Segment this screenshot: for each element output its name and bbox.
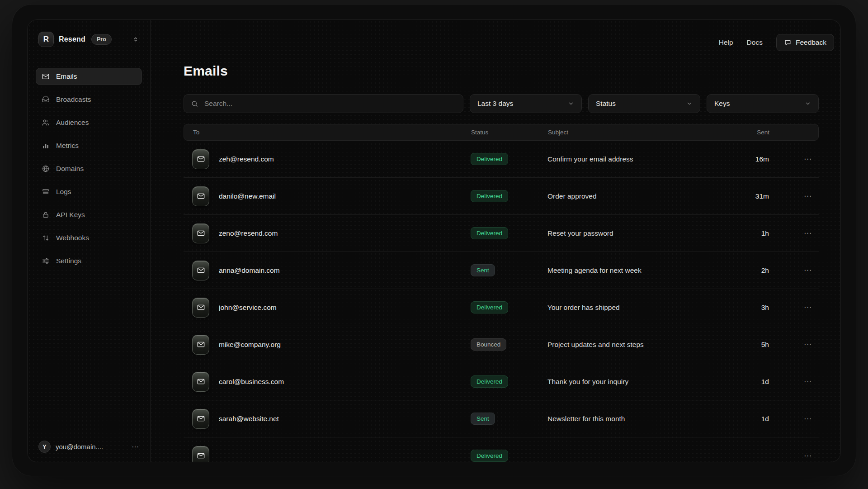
sidebar-item-label: Logs bbox=[56, 188, 71, 196]
sidebar-item-webhooks[interactable]: Webhooks bbox=[36, 229, 142, 247]
status-badge: Bounced bbox=[471, 338, 506, 351]
table-row[interactable]: anna@domain.com Sent Meeting agenda for … bbox=[184, 252, 819, 289]
email-subject: Confirm your email address bbox=[547, 155, 737, 163]
filter-status[interactable]: Status bbox=[588, 94, 700, 113]
search-input[interactable] bbox=[203, 99, 456, 108]
page-title: Emails bbox=[184, 63, 819, 79]
sidebar-item-broadcasts[interactable]: Broadcasts bbox=[36, 91, 142, 108]
sidebar-item-audiences[interactable]: Audiences bbox=[36, 114, 142, 131]
row-menu-icon[interactable]: ⋯ bbox=[769, 266, 819, 275]
sent-time: 2h bbox=[737, 266, 769, 275]
brand-name: Resend bbox=[59, 35, 85, 43]
feedback-label: Feedback bbox=[796, 38, 826, 47]
row-menu-icon[interactable]: ⋯ bbox=[769, 228, 819, 238]
docs-link[interactable]: Docs bbox=[747, 38, 763, 47]
help-link[interactable]: Help bbox=[719, 38, 733, 47]
logo-letter: R bbox=[43, 35, 49, 44]
recipient-email: sarah@website.net bbox=[219, 415, 279, 423]
row-menu-icon[interactable]: ⋯ bbox=[769, 414, 819, 423]
table-row[interactable]: zeno@resend.com Delivered Reset your pas… bbox=[184, 215, 819, 252]
mail-icon bbox=[42, 72, 50, 81]
user-menu-icon[interactable]: ⋯ bbox=[132, 442, 139, 451]
email-subject: Project updates and next steps bbox=[547, 341, 737, 349]
recipient-cell: carol@business.com bbox=[184, 372, 471, 392]
column-header-sent: Sent bbox=[738, 129, 769, 136]
row-menu-icon[interactable]: ⋯ bbox=[769, 303, 819, 312]
table-row[interactable]: zeh@resend.com Delivered Confirm your em… bbox=[184, 141, 819, 178]
sidebar-item-emails[interactable]: Emails bbox=[36, 68, 142, 85]
row-menu-icon[interactable]: ⋯ bbox=[769, 191, 819, 201]
recipient-email: zeno@resend.com bbox=[219, 229, 278, 237]
sidebar-item-label: Domains bbox=[56, 165, 84, 173]
users-icon bbox=[42, 119, 50, 127]
email-subject: Meeting agenda for next week bbox=[547, 266, 737, 275]
table-row[interactable]: carol@business.com Delivered Thank you f… bbox=[184, 363, 819, 400]
desktop-background: R Resend Pro EmailsBroadcastsAudiencesMe… bbox=[0, 0, 868, 489]
sent-time: 1d bbox=[737, 378, 769, 386]
table-header: To Status Subject Sent bbox=[184, 124, 819, 141]
recipient-cell: john@service.com bbox=[184, 298, 471, 318]
status-badge: Delivered bbox=[471, 153, 508, 165]
recipient-cell: zeh@resend.com bbox=[184, 149, 471, 169]
workspace-switcher[interactable]: R Resend Pro bbox=[36, 31, 142, 48]
sent-time: 1d bbox=[737, 415, 769, 423]
filter-keys-value: Keys bbox=[714, 100, 730, 108]
table-row[interactable]: mike@company.org Bounced Project updates… bbox=[184, 326, 819, 363]
envelope-icon bbox=[192, 409, 209, 429]
table-row[interactable]: john@service.com Delivered Your order ha… bbox=[184, 289, 819, 326]
table-row[interactable]: sarah@website.net Sent Newsletter for th… bbox=[184, 400, 819, 437]
sidebar-item-logs[interactable]: Logs bbox=[36, 183, 142, 200]
topbar: Help Docs Feedback bbox=[184, 20, 834, 52]
sidebar-item-label: Audiences bbox=[56, 119, 89, 127]
row-menu-icon[interactable]: ⋯ bbox=[769, 154, 819, 164]
table-row[interactable]: Delivered ⋯ bbox=[184, 437, 819, 462]
plan-badge: Pro bbox=[91, 34, 112, 45]
inbox-icon bbox=[42, 95, 50, 104]
row-menu-icon[interactable]: ⋯ bbox=[769, 451, 819, 461]
sent-time: 1h bbox=[737, 229, 769, 237]
status-badge: Delivered bbox=[471, 301, 508, 313]
avatar: Y bbox=[38, 441, 51, 453]
recipient-email: mike@company.org bbox=[219, 341, 281, 349]
envelope-icon bbox=[192, 298, 209, 318]
recipient-email: john@service.com bbox=[219, 304, 277, 312]
sidebar-item-metrics[interactable]: Metrics bbox=[36, 137, 142, 154]
envelope-icon bbox=[192, 186, 209, 206]
sidebar-item-domains[interactable]: Domains bbox=[36, 160, 142, 177]
envelope-icon bbox=[192, 261, 209, 280]
envelope-icon bbox=[192, 335, 209, 355]
table-row[interactable]: danilo@new.email Delivered Order approve… bbox=[184, 178, 819, 215]
filter-date-range[interactable]: Last 3 days bbox=[470, 94, 582, 113]
recipient-email: zeh@resend.com bbox=[219, 155, 274, 163]
sliders-icon bbox=[42, 257, 50, 265]
lock-icon bbox=[42, 211, 50, 219]
search-box[interactable] bbox=[184, 94, 463, 113]
workspace-unfold-icon[interactable] bbox=[132, 36, 139, 43]
sent-time: 5h bbox=[737, 341, 769, 349]
email-subject: Your order has shipped bbox=[547, 304, 737, 312]
chevron-down-icon bbox=[568, 100, 574, 107]
filter-status-value: Status bbox=[596, 100, 616, 108]
envelope-icon bbox=[192, 372, 209, 392]
user-account[interactable]: Y you@domain.... ⋯ bbox=[36, 439, 142, 455]
sent-time: 31m bbox=[737, 192, 769, 200]
email-subject: Reset your password bbox=[547, 229, 737, 237]
sidebar-item-api-keys[interactable]: API Keys bbox=[36, 206, 142, 223]
speech-bubble-icon bbox=[784, 39, 792, 47]
globe-icon bbox=[42, 165, 50, 173]
filter-keys[interactable]: Keys bbox=[707, 94, 819, 113]
email-subject: Newsletter for this month bbox=[547, 415, 737, 423]
row-menu-icon[interactable]: ⋯ bbox=[769, 340, 819, 349]
column-header-subject: Subject bbox=[548, 129, 738, 136]
recipient-email: anna@domain.com bbox=[219, 266, 280, 275]
envelope-icon bbox=[192, 446, 209, 463]
feedback-button[interactable]: Feedback bbox=[776, 34, 834, 51]
recipient-cell: zeno@resend.com bbox=[184, 223, 471, 243]
recipient-email: carol@business.com bbox=[219, 378, 284, 386]
sidebar-item-label: Emails bbox=[56, 72, 77, 81]
sidebar-item-label: Broadcasts bbox=[56, 95, 91, 104]
row-menu-icon[interactable]: ⋯ bbox=[769, 377, 819, 386]
sidebar-item-settings[interactable]: Settings bbox=[36, 252, 142, 270]
emails-table: To Status Subject Sent zeh@resend.com De… bbox=[184, 124, 819, 462]
resend-app: R Resend Pro EmailsBroadcastsAudiencesMe… bbox=[27, 19, 841, 462]
